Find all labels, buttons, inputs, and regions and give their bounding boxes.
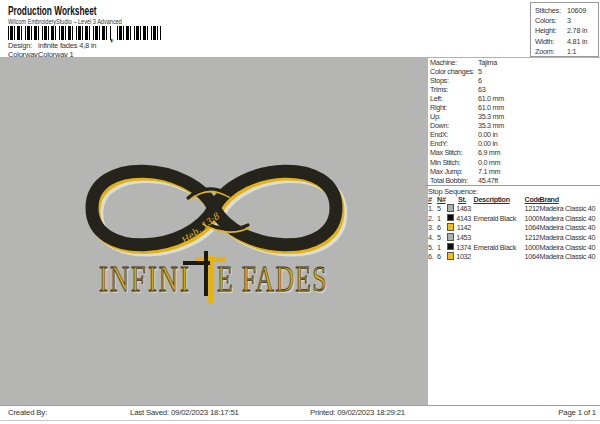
machine-info-row: Down: 35.3 mm <box>428 121 600 130</box>
machine-info-row: Trims: 63 <box>428 85 600 94</box>
stat-value: 2.78 in <box>567 26 587 35</box>
cell-stitches: 1463 <box>451 204 471 213</box>
cell-brand: Madeira Classic 40 <box>540 233 596 242</box>
table-row: 2. 1 4143 Emerald Black 1000 Madeira Cla… <box>425 213 600 223</box>
machine-info-value: 7.1 mm <box>478 167 500 176</box>
cell-stitches: 1032 <box>451 252 471 261</box>
machine-info-label: Trims: <box>430 85 448 94</box>
cell-num: 4. <box>428 233 433 242</box>
machine-info-row: Total Bobbin: 45.47ft <box>428 176 600 185</box>
table-row: 6. 6 1032 1064 Madeira Classic 40 <box>425 252 600 262</box>
production-worksheet-page: Production Worksheet Wilcom EmbroiderySt… <box>0 0 600 424</box>
machine-info-label: Left: <box>430 94 443 103</box>
machine-info-label: Color changes: <box>430 67 474 76</box>
footer-last-saved: Last Saved: 09/02/2023 18:17:51 <box>130 408 239 417</box>
machine-info-row: Up: 35.3 mm <box>428 112 600 121</box>
machine-info-value: 63 <box>478 85 485 94</box>
stat-row: Stitches: 10609 <box>531 5 598 15</box>
stats-rows: Stitches: 10609 Colors: 3 Height: 2.78 i… <box>531 3 598 56</box>
wordmark-right: E FADES <box>217 261 328 297</box>
wordmark-left: INFINI <box>99 261 191 297</box>
stat-row: Height: 2.78 in <box>531 25 598 35</box>
cell-num: 1. <box>428 204 433 213</box>
machine-info-value: 0.00 in <box>478 130 497 139</box>
footer-page-number: Page 1 of 1 <box>558 408 596 417</box>
cell-code: 1064 <box>525 223 540 232</box>
machine-info-label: Down: <box>430 121 449 130</box>
cross-horizontal-black <box>183 261 210 266</box>
cell-code: 1000 <box>525 214 540 223</box>
cell-needle: 1 <box>437 243 441 252</box>
cell-num: 6. <box>428 252 433 261</box>
machine-info-value: 35.3 mm <box>478 112 504 121</box>
machine-info-label: EndY: <box>430 139 448 148</box>
barcode-segment-1 <box>8 26 111 40</box>
stop-sequence-header-row: # N# St. Description Code Brand <box>425 195 600 204</box>
app-subtitle: Wilcom EmbroideryStudio – Level 3 Advanc… <box>8 17 122 26</box>
machine-info-row: Color changes: 5 <box>428 67 600 76</box>
machine-info-row: Left: 61.0 mm <box>428 94 600 103</box>
machine-info-label: Total Bobbin: <box>430 176 468 185</box>
cross-vertical-black <box>204 251 209 296</box>
design-stats-box: Stitches: 10609 Colors: 3 Height: 2.78 i… <box>530 2 599 57</box>
stat-label: Stitches: <box>535 6 561 15</box>
footer-printed: Printed: 09/02/2023 18:29:21 <box>310 408 405 417</box>
machine-info-value: 61.0 mm <box>478 94 504 103</box>
cell-brand: Madeira Classic 40 <box>540 252 596 261</box>
table-row: 5. 1 1374 Emerald Black 1000 Madeira Cla… <box>425 242 600 252</box>
cell-description: Emerald Black <box>474 243 516 252</box>
cell-code: 1212 <box>525 233 540 242</box>
cell-stitches: 1142 <box>451 223 471 232</box>
machine-info-row: Stops: 6 <box>428 76 600 85</box>
design-preview-canvas: Heb. 13:8 INFINI E FADES <box>0 58 428 406</box>
cell-code: 1064 <box>525 252 540 261</box>
machine-info-panel: Machine: Tajima Color changes: 5 Stops: … <box>428 58 600 185</box>
table-row: 3. 6 1142 1064 Madeira Classic 40 <box>425 223 600 233</box>
stop-sequence-table: # N# St. Description Code Brand 1. 5 146… <box>425 195 600 262</box>
footer-divider-top <box>0 405 600 406</box>
stat-label: Colors: <box>535 16 556 25</box>
machine-info-label: Up: <box>430 112 440 121</box>
cell-num: 5. <box>428 243 433 252</box>
stop-sequence-divider <box>425 185 600 186</box>
machine-info-value: 45.47ft <box>478 176 498 185</box>
machine-info-value: 5 <box>478 67 482 76</box>
cell-code: 1212 <box>525 204 540 213</box>
cell-num: 2. <box>428 214 433 223</box>
machine-info-value: 61.0 mm <box>478 103 504 112</box>
table-row: 4. 5 1453 1212 Madeira Classic 40 <box>425 233 600 243</box>
machine-info-row: Machine: Tajima <box>428 58 600 67</box>
cell-brand: Madeira Classic 40 <box>540 223 596 232</box>
cell-stitches: 4143 <box>451 214 471 223</box>
cell-description: Emerald Black <box>474 214 516 223</box>
stat-row: Colors: 3 <box>531 15 598 25</box>
stat-label: Width: <box>535 37 554 46</box>
machine-info-label: Max Stitch: <box>430 148 462 157</box>
machine-info-label: Machine: <box>430 58 457 67</box>
stat-row: Zoom: 1:1 <box>531 46 598 56</box>
cell-brand: Madeira Classic 40 <box>540 214 596 223</box>
machine-info-label: Min Stitch: <box>430 158 460 167</box>
cell-needle: 5 <box>437 233 441 242</box>
machine-info-label: Right: <box>430 103 447 112</box>
cell-stitches: 1453 <box>451 233 471 242</box>
cell-brand: Madeira Classic 40 <box>540 204 596 213</box>
infinity-logo-graphic: Heb. 13:8 <box>0 58 428 406</box>
stop-sequence-rows: 1. 5 1463 1212 Madeira Classic 40 2. 1 4… <box>425 204 600 262</box>
footer-created-by: Created By: <box>8 408 47 417</box>
machine-info-row: Max Jump: 7.1 mm <box>428 167 600 176</box>
page-title: Production Worksheet <box>8 3 97 18</box>
cell-needle: 5 <box>437 204 441 213</box>
footer-divider-bottom <box>0 420 600 421</box>
stat-value: 10609 <box>567 6 586 15</box>
cell-code: 1000 <box>525 243 540 252</box>
stat-label: Height: <box>535 26 556 35</box>
cell-needle: 1 <box>437 214 441 223</box>
machine-info-row: Right: 61.0 mm <box>428 103 600 112</box>
machine-info-row: EndY: 0.00 in <box>428 139 600 148</box>
machine-info-label: Stops: <box>430 76 449 85</box>
machine-info-value: 0.0 mm <box>478 158 500 167</box>
cell-needle: 6 <box>437 252 441 261</box>
machine-info-value: 6.9 mm <box>478 148 500 157</box>
cell-stitches: 1374 <box>451 243 471 252</box>
